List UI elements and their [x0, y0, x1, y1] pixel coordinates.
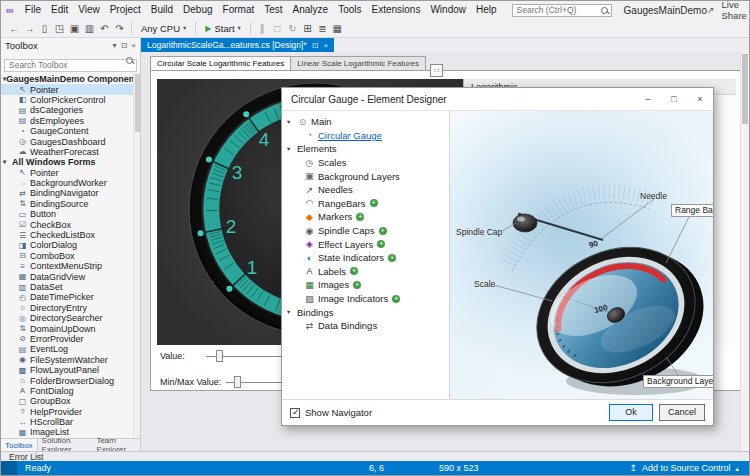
toolbox-item[interactable]: ↖ Pointer [1, 84, 140, 94]
menu-item[interactable]: Help [471, 1, 502, 19]
toolbox-item[interactable]: ⇄ BindingNavigator [1, 188, 140, 198]
tree-expander-icon[interactable] [287, 308, 297, 316]
toolbox-item[interactable]: ▢ GroupBox [1, 396, 140, 406]
toolbox-item[interactable]: ↔ HScrollBar [1, 417, 140, 427]
toolbox-item[interactable]: ▤ dsCategories [1, 105, 140, 115]
toolbox-item[interactable]: ◨ ColorDialog [1, 240, 140, 250]
menu-item[interactable]: Test [259, 1, 287, 19]
pin-icon[interactable]: ⊡ [121, 41, 128, 50]
menu-item[interactable]: Analyze [288, 1, 334, 19]
add-item-icon[interactable] [370, 199, 378, 207]
toolbox-item[interactable]: ▤ EventLog [1, 344, 140, 354]
toolbox-item[interactable]: ▭ Button [1, 209, 140, 219]
tool-window-tab[interactable]: Toolbox [1, 439, 38, 451]
close-icon[interactable]: × [131, 41, 136, 50]
menu-item[interactable]: Extensions [367, 1, 426, 19]
redo-icon[interactable]: ↷ [112, 20, 127, 37]
toolbox-item[interactable]: ◔ GaugeContent [1, 126, 140, 136]
stop-icon[interactable]: □ [270, 20, 285, 37]
toolbox-item[interactable]: ⇅ DomainUpDown [1, 323, 140, 333]
toolbox-item[interactable]: All Windows Forms [1, 157, 140, 167]
toolbox-item[interactable]: ↖ Pointer [1, 168, 140, 178]
toolbox-item[interactable]: ▦ ImageList [1, 427, 140, 437]
toolbox-item[interactable]: ⌂ FolderBrowserDialog [1, 375, 140, 385]
menu-item[interactable]: View [73, 1, 105, 19]
add-item-icon[interactable] [377, 240, 385, 248]
tree-item[interactable]: ◷ Scales [282, 156, 449, 170]
navigate-forward-icon[interactable]: → [22, 20, 37, 37]
tree-expander-icon[interactable] [287, 118, 297, 126]
restart-icon[interactable]: ↻ [285, 20, 300, 37]
toolbox-item[interactable]: ▩ FlowLayoutPanel [1, 365, 140, 375]
editor-scrollbar[interactable] [740, 52, 749, 451]
tree-item[interactable]: ◆ Markers [282, 210, 449, 224]
save-all-icon[interactable]: ▥ [82, 20, 97, 37]
toolbox-item[interactable]: ◧ ColorPickerControl [1, 95, 140, 105]
tree-item[interactable]: ↗ Needles [282, 183, 449, 197]
toolbox-item[interactable]: ◉ FileSystemWatcher [1, 355, 140, 365]
new-file-icon[interactable]: ▯ [37, 20, 52, 37]
toolbox-item[interactable]: ▥ DataSet [1, 282, 140, 292]
toolbox-item[interactable]: ◶ GaugesDashboard [1, 136, 140, 146]
live-share-button[interactable]: Live Share [722, 0, 750, 21]
ok-button[interactable]: Ok [609, 404, 653, 421]
toolbox-item[interactable]: ▦ DataGridView [1, 271, 140, 281]
toolbox-item[interactable]: GaugesMainDemo Components [1, 74, 140, 84]
tree-item[interactable]: ◠ RangeBars [282, 197, 449, 211]
toolbox-item[interactable]: ☑ CheckBox [1, 219, 140, 229]
tree-item[interactable]: ◈ Effect Layers [282, 237, 449, 251]
toolbox-item[interactable]: ? HelpProvider [1, 407, 140, 417]
menu-item[interactable]: Tools [333, 1, 366, 19]
menu-item[interactable]: Debug [178, 1, 217, 19]
add-item-icon[interactable] [379, 227, 387, 235]
add-item-icon[interactable] [388, 254, 396, 262]
quick-search[interactable] [512, 4, 612, 17]
menu-item[interactable]: Project [105, 1, 146, 19]
tree-item[interactable]: ⊙ Main [282, 115, 449, 129]
gauge-demo-tab[interactable]: Linear Scale Logarithmic Features [290, 56, 426, 70]
tool-window-tab[interactable]: Team Explorer [92, 439, 140, 451]
share-icon[interactable]: ↗ [707, 5, 715, 15]
dialog-title-bar[interactable]: Circular Gauge - Element Designer – □ × [282, 88, 713, 110]
source-control-button[interactable]: Add to Source Control [629, 461, 739, 475]
toolbox-item[interactable]: ≡ ContextMenuStrip [1, 261, 140, 271]
toolbox-item[interactable]: ☰ CheckedListBox [1, 230, 140, 240]
slider-thumb[interactable] [234, 376, 241, 388]
start-debug-button[interactable]: ▶ Start ▾ [200, 22, 245, 35]
add-item-icon[interactable] [350, 267, 358, 275]
menu-item[interactable]: Edit [46, 1, 73, 19]
add-item-icon[interactable] [353, 281, 361, 289]
close-icon[interactable]: × [687, 88, 713, 110]
add-item-icon[interactable] [392, 295, 400, 303]
toolbox-item[interactable]: ▤ dsEmployees [1, 116, 140, 126]
background-tasks-icon[interactable] [1, 461, 17, 475]
pop-out-icon[interactable]: ⊡ [312, 41, 319, 50]
tree-expander-icon[interactable] [287, 145, 297, 153]
menu-item[interactable]: File [20, 1, 46, 19]
toolbox-item[interactable]: ☁ WeatherForecast [1, 147, 140, 157]
tree-item[interactable]: A Labels [282, 265, 449, 279]
tree-item[interactable]: ◔ Circular Gauge [282, 129, 449, 143]
tree-item[interactable]: Bindings [282, 305, 449, 319]
smart-tag-button[interactable]: ∷ [430, 64, 443, 77]
toolbox-item[interactable]: ⊘ ErrorProvider [1, 334, 140, 344]
close-icon[interactable]: × [323, 41, 328, 50]
toolbox-search[interactable] [4, 54, 137, 72]
toolbox-scrollbar[interactable] [133, 73, 140, 438]
toolbox-item[interactable]: ⇅ BindingSource [1, 199, 140, 209]
toolbox-item[interactable]: ⌂ DirectoryEntry [1, 303, 140, 313]
toolbox-item[interactable]: ◴ DateTimePicker [1, 292, 140, 302]
menu-item[interactable]: Format [218, 1, 260, 19]
tree-item[interactable]: Elements [282, 142, 449, 156]
tree-item[interactable]: ⇄ Data Bindings [282, 319, 449, 333]
tree-item[interactable]: ▦ Images [282, 278, 449, 292]
undo-icon[interactable]: ↶ [97, 20, 112, 37]
show-navigator-checkbox[interactable] [290, 408, 300, 418]
cancel-button[interactable]: Cancel [659, 404, 705, 421]
menu-item[interactable]: Build [146, 1, 178, 19]
outline-icon[interactable]: ≣ [315, 20, 330, 37]
toolbox-item[interactable]: A FontDialog [1, 386, 140, 396]
tree-item[interactable]: ▣ Background Layers [282, 169, 449, 183]
toolbox-item[interactable]: ◎ DirectorySearcher [1, 313, 140, 323]
toolbox-item[interactable]: ◌ BackgroundWorker [1, 178, 140, 188]
